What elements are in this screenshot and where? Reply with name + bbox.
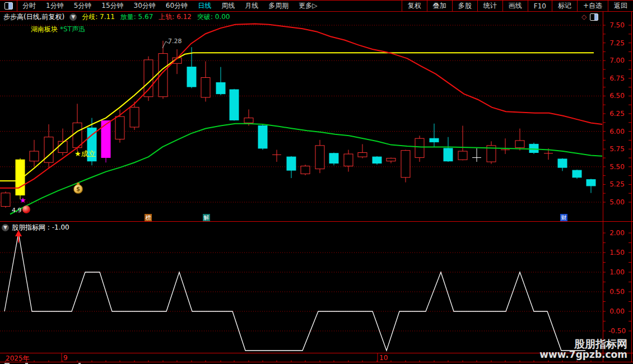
magenta-star-marker: ★	[20, 196, 26, 204]
panel-toggle-icon	[4, 2, 13, 10]
tag-sector[interactable]: 湖南板块	[31, 25, 58, 34]
sub-indicator-name: 股朋指标网	[12, 223, 45, 231]
menu-返回[interactable]: 返回	[608, 1, 633, 11]
menu-F10[interactable]: F10	[528, 1, 552, 11]
tab-多周期[interactable]: 多周期	[263, 1, 294, 11]
tab-更多▷[interactable]: 更多▷	[294, 1, 322, 11]
badge-cai[interactable]: 财	[560, 214, 567, 221]
x-axis-month: 9	[63, 354, 68, 362]
indicator-field-3: 突破: 0.00	[197, 13, 230, 21]
badge-bang[interactable]: 榜	[145, 214, 152, 221]
tab-周线[interactable]: 周线	[216, 1, 240, 11]
signal-chengli-label: ★成立	[75, 149, 96, 159]
x-axis-month: 10	[379, 354, 388, 362]
tool-menu: 复权叠加多股统计画线F10标记+自选返回	[402, 1, 633, 11]
tab-5分钟[interactable]: 5分钟	[69, 1, 97, 11]
peak-price-annotation: 7.28	[168, 38, 182, 45]
tab-日线[interactable]: 日线	[193, 1, 216, 11]
tag-related-stock[interactable]: *ST声迅	[60, 25, 85, 34]
x-axis-year: 2025年	[6, 354, 30, 363]
tab-1分钟[interactable]: 1分钟	[41, 1, 69, 11]
main-y-label: 5.75	[604, 145, 630, 153]
period-tabs: 分时1分钟5分钟15分钟30分钟60分钟日线周线月线多周期更多▷	[17, 1, 322, 11]
diamond-icon[interactable]: ◇	[581, 13, 587, 20]
period-low-value: 4.9	[12, 207, 22, 214]
sub-indicator-value: : -1.00	[45, 223, 69, 231]
sub-y-label: 1.50	[604, 249, 630, 256]
main-y-label: 5.25	[604, 180, 630, 188]
menu-+自选[interactable]: +自选	[577, 1, 608, 11]
menu-标记[interactable]: 标记	[552, 1, 577, 11]
main-y-label: 5.00	[604, 198, 630, 206]
tab-月线[interactable]: 月线	[240, 1, 263, 11]
menu-复权[interactable]: 复权	[402, 1, 427, 11]
main-y-label: 6.75	[604, 74, 630, 82]
watermark-url: www.7gpzb.com	[539, 350, 627, 360]
main-y-label: 7.00	[604, 57, 630, 64]
info-bar-right-icons: ◇	[581, 12, 598, 21]
sub-indicator-header: ▼ 股朋指标网 : -1.00	[2, 223, 69, 232]
collapse-chevron-icon[interactable]: ▼	[69, 13, 77, 21]
badge-jie[interactable]: 解	[203, 214, 210, 221]
main-y-label: 6.00	[604, 128, 630, 136]
main-y-label: 6.50	[604, 92, 630, 100]
menu-统计[interactable]: 统计	[477, 1, 502, 11]
period-menu-bar: 分时1分钟5分钟15分钟30分钟60分钟日线周线月线多周期更多▷ 复权叠加多股统…	[0, 0, 633, 12]
tab-分时[interactable]: 分时	[17, 1, 41, 11]
stock-info-bar: 步步高(日线,前复权) ▼ 分歧: 7.11放量: 5.67上轨: 6.12突破…	[3, 12, 236, 21]
indicator-values: 分歧: 7.11放量: 5.67上轨: 6.12突破: 0.00	[82, 12, 235, 22]
main-y-label: 7.50	[604, 21, 630, 29]
stock-title: 步步高(日线,前复权)	[3, 12, 64, 22]
menu-多股[interactable]: 多股	[452, 1, 477, 11]
indicator-field-2: 上轨: 6.12	[159, 13, 192, 21]
menu-画线[interactable]: 画线	[502, 1, 528, 11]
indicator-field-0: 分歧: 7.11	[82, 13, 115, 21]
menu-叠加[interactable]: 叠加	[427, 1, 452, 11]
sub-y-label: -0.50	[604, 327, 630, 335]
ma-red	[0, 24, 602, 188]
main-y-label: 5.50	[604, 163, 630, 171]
sub-y-label: 0.00	[604, 307, 630, 315]
collapse-chevron-icon[interactable]: ▼	[2, 224, 9, 231]
main-y-label: 6.25	[604, 110, 630, 118]
main-y-label: 7.25	[604, 39, 630, 47]
tab-30分钟[interactable]: 30分钟	[129, 1, 161, 11]
indicator-field-1: 放量: 5.67	[120, 13, 153, 21]
watermark: 股朋指标网 www.7gpzb.com	[539, 339, 627, 360]
stock-app-window: 分时1分钟5分钟15分钟30分钟60分钟日线周线月线多周期更多▷ 复权叠加多股统…	[0, 0, 633, 364]
tab-15分钟[interactable]: 15分钟	[96, 1, 128, 11]
panel-toggle-button[interactable]	[0, 1, 17, 11]
sub-y-label: 0.50	[604, 288, 630, 296]
layout-icon[interactable]	[590, 13, 598, 21]
sub-y-label: 1.00	[604, 268, 630, 276]
money-bag-icon: $	[73, 184, 83, 194]
watermark-site-name: 股朋指标网	[539, 339, 627, 350]
sub-y-label: 2.00	[604, 229, 630, 237]
sub-indicator-line	[4, 233, 585, 351]
tab-60分钟[interactable]: 60分钟	[161, 1, 193, 11]
chart-canvas[interactable]	[0, 0, 633, 364]
red-ball-icon	[22, 206, 30, 213]
ma-yellow-divergence-7.11	[0, 53, 594, 181]
